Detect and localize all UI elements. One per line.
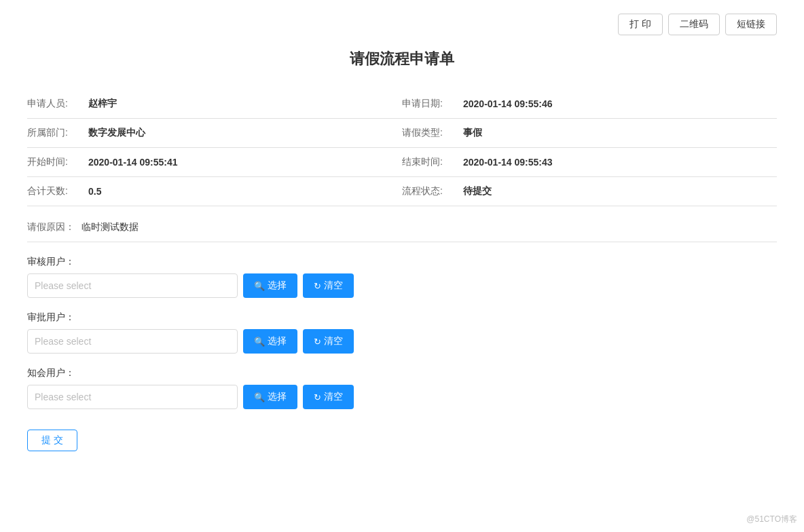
approve-user-clear-button[interactable]: ↻ 清空 [303, 329, 354, 354]
total-days-label: 合计天数: [27, 185, 88, 197]
applicant-label: 申请人员: [27, 98, 88, 110]
user-section: 审核用户： 🔍 选择 ↻ 清空 审批用户： 🔍 选择 [27, 256, 777, 451]
notify-user-label: 知会用户： [27, 367, 777, 379]
dept-row: 所属部门: 数字发展中心 [27, 119, 402, 148]
review-user-input[interactable] [27, 273, 238, 298]
approve-user-clear-label: 清空 [324, 335, 343, 347]
review-user-input-row: 🔍 选择 ↻ 清空 [27, 273, 777, 298]
applicant-row: 申请人员: 赵梓宇 [27, 90, 402, 119]
flow-status-label: 流程状态: [402, 185, 463, 197]
review-user-clear-label: 清空 [324, 280, 343, 292]
page-title: 请假流程申请单 [27, 49, 777, 69]
leave-type-label: 请假类型: [402, 127, 463, 139]
start-time-row: 开始时间: 2020-01-14 09:55:41 [27, 148, 402, 177]
reason-label: 请假原因： [27, 221, 75, 233]
approve-user-label: 审批用户： [27, 311, 777, 324]
review-user-select-button[interactable]: 🔍 选择 [243, 273, 297, 298]
date-label: 申请日期: [402, 98, 463, 110]
notify-user-select-label: 选择 [268, 391, 287, 403]
notify-user-clear-button[interactable]: ↻ 清空 [303, 385, 354, 409]
approve-user-select-button[interactable]: 🔍 选择 [243, 329, 297, 354]
form-grid: 申请人员: 赵梓宇 申请日期: 2020-01-14 09:55:46 所属部门… [27, 90, 777, 206]
end-time-row: 结束时间: 2020-01-14 09:55:43 [402, 148, 777, 177]
approve-user-select-label: 选择 [268, 335, 287, 347]
approve-user-block: 审批用户： 🔍 选择 ↻ 清空 [27, 311, 777, 354]
dept-value: 数字发展中心 [88, 127, 145, 139]
review-user-select-label: 选择 [268, 280, 287, 292]
qr-button[interactable]: 二维码 [668, 14, 720, 35]
refresh-icon: ↻ [314, 281, 321, 291]
search-icon-3: 🔍 [254, 392, 265, 402]
approve-user-input-row: 🔍 选择 ↻ 清空 [27, 329, 777, 354]
start-time-label: 开始时间: [27, 156, 88, 168]
review-user-clear-button[interactable]: ↻ 清空 [303, 273, 354, 298]
date-row: 申请日期: 2020-01-14 09:55:46 [402, 90, 777, 119]
notify-user-input[interactable] [27, 385, 238, 409]
total-days-value: 0.5 [88, 186, 101, 197]
short-link-button[interactable]: 短链接 [725, 14, 777, 35]
top-toolbar: 打 印 二维码 短链接 [27, 14, 777, 35]
notify-user-block: 知会用户： 🔍 选择 ↻ 清空 [27, 367, 777, 409]
flow-status-value: 待提交 [463, 185, 492, 197]
flow-status-row: 流程状态: 待提交 [402, 177, 777, 206]
review-user-label: 审核用户： [27, 256, 777, 268]
refresh-icon-2: ↻ [314, 337, 321, 347]
total-days-row: 合计天数: 0.5 [27, 177, 402, 206]
end-time-label: 结束时间: [402, 156, 463, 168]
refresh-icon-3: ↻ [314, 392, 321, 402]
reason-row: 请假原因： 临时测试数据 [27, 213, 777, 242]
end-time-value: 2020-01-14 09:55:43 [463, 157, 553, 168]
review-user-block: 审核用户： 🔍 选择 ↻ 清空 [27, 256, 777, 298]
search-icon: 🔍 [254, 281, 265, 291]
page-container: 打 印 二维码 短链接 请假流程申请单 申请人员: 赵梓宇 申请日期: 2020… [0, 0, 804, 532]
leave-type-row: 请假类型: 事假 [402, 119, 777, 148]
applicant-value: 赵梓宇 [88, 98, 117, 110]
submit-button[interactable]: 提 交 [27, 430, 77, 451]
leave-type-value: 事假 [463, 127, 482, 139]
start-time-value: 2020-01-14 09:55:41 [88, 157, 178, 168]
notify-user-input-row: 🔍 选择 ↻ 清空 [27, 385, 777, 409]
dept-label: 所属部门: [27, 127, 88, 139]
date-value: 2020-01-14 09:55:46 [463, 98, 553, 109]
watermark: @51CTO博客 [746, 514, 797, 525]
print-button[interactable]: 打 印 [618, 14, 663, 35]
search-icon-2: 🔍 [254, 337, 265, 347]
notify-user-clear-label: 清空 [324, 391, 343, 403]
notify-user-select-button[interactable]: 🔍 选择 [243, 385, 297, 409]
reason-value: 临时测试数据 [81, 221, 139, 233]
approve-user-input[interactable] [27, 329, 238, 354]
